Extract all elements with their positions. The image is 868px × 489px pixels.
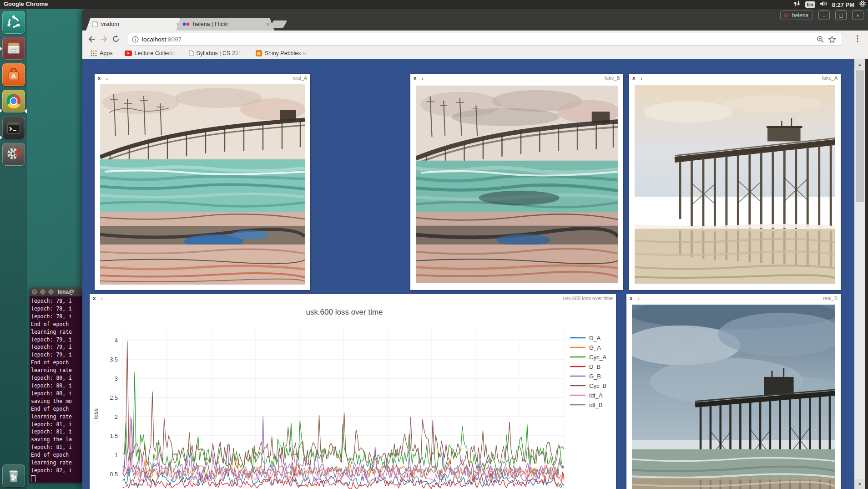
terminal-close-button[interactable]: ✕ (31, 289, 38, 295)
launcher-icon-trash[interactable] (2, 464, 25, 487)
tab-close-icon[interactable]: × (266, 21, 270, 28)
launcher-icon-system-settings[interactable] (2, 143, 25, 166)
y-tick-label: 1.5 (110, 433, 118, 439)
bookmark-item[interactable]: Syllabus | CS 231N (189, 50, 244, 56)
panel-close-button[interactable]: x (414, 75, 416, 81)
terminal-maximize-button[interactable]: ▫ (48, 289, 54, 295)
terminal-line: saving the mo (31, 397, 81, 405)
scrollbar-up-arrow[interactable]: ▲ (854, 59, 865, 69)
bookmark-star-icon[interactable] (826, 33, 838, 45)
terminal-output[interactable]: (epoch: 78, i(epoch: 78, i(epoch: 78, iE… (30, 296, 82, 483)
panel-close-button[interactable]: x (93, 295, 96, 301)
zoom-indicator-icon[interactable] (814, 33, 826, 45)
bookmarks-bar: Apps Lecture Collectio Syllabus | CS 231… (82, 47, 868, 59)
network-updown-icon[interactable] (793, 0, 801, 9)
launcher-icon-terminal[interactable] (2, 117, 25, 139)
legend-label-G_B[interactable]: G_B (589, 373, 601, 380)
panel-download-button[interactable]: ↓ (101, 295, 103, 301)
ubuntu-logo-icon (6, 15, 21, 30)
clock[interactable]: 8:27 PM (832, 1, 854, 8)
blogger-icon: B (256, 50, 262, 56)
fake-B-image (416, 84, 618, 285)
generated-bridge-painting (416, 84, 618, 285)
scrollbar-thumb[interactable] (856, 70, 864, 202)
browser-toolbar: localhost:8097 (82, 31, 868, 47)
chrome-window: helena – ▢ × visdom × helena | Flickr × (82, 9, 868, 489)
legend-label-idt_B[interactable]: idt_B (589, 402, 603, 408)
terminal-line: learning rate (31, 328, 81, 336)
legend-label-Cyc_B[interactable]: Cyc_B (589, 382, 606, 389)
svg-text:A: A (11, 72, 16, 80)
bookmark-item[interactable]: Lecture Collectio (125, 50, 177, 56)
legend-label-idt_A[interactable]: idt_A (589, 392, 603, 399)
terminal-line: (epoch: 81, i (31, 421, 81, 428)
launcher-icon-dash[interactable] (2, 11, 25, 34)
y-tick-label: 1 (115, 452, 118, 458)
generated-pier-photo (635, 84, 835, 285)
page-favicon-icon (92, 21, 98, 27)
bookmark-item[interactable]: B Shiny Pebbles an (256, 50, 309, 56)
session-gear-icon[interactable] (859, 0, 866, 9)
panel-download-button[interactable]: ↓ (421, 75, 424, 81)
tab-flickr[interactable]: helena | Flickr × (176, 18, 274, 31)
forward-arrow-icon (100, 36, 108, 43)
flickr-favicon-icon (182, 22, 190, 26)
terminal-line: learning rate (31, 413, 81, 421)
page-icon (189, 50, 194, 56)
terminal-line: End of epoch (31, 451, 81, 459)
loss-line-chart[interactable]: 0.511.522.533.54D_AG_ACyc_AD_BG_BCyc_Bid… (90, 294, 616, 489)
panel-close-button[interactable]: x (630, 295, 632, 301)
legend-label-G_A[interactable]: G_A (589, 344, 601, 351)
back-button[interactable] (86, 33, 98, 45)
y-tick-label: 2 (115, 414, 118, 420)
svg-text:B: B (257, 51, 260, 56)
terminal-line: (epoch: 79, i (31, 351, 81, 359)
panel-close-button[interactable]: x (98, 75, 101, 81)
page-info-icon[interactable] (132, 36, 139, 43)
browser-menu-button[interactable] (852, 33, 863, 45)
terminal-titlebar[interactable]: ✕ – ▫ lena@ (30, 287, 82, 296)
panel-download-button[interactable]: ↓ (640, 75, 643, 81)
terminal-window: ✕ – ▫ lena@ (epoch: 78, i(epoch: 78, i(e… (30, 287, 82, 482)
youtube-icon (125, 51, 132, 56)
url-text[interactable]: localhost:8097 (142, 36, 814, 43)
keyboard-layout-indicator[interactable]: En (805, 1, 815, 8)
bookmark-label: Syllabus | CS 231N (197, 50, 244, 56)
y-tick-label: 3.5 (110, 357, 118, 363)
terminal-line: learning rate (31, 367, 81, 374)
panel-close-button[interactable]: x (632, 75, 635, 81)
volume-icon[interactable] (820, 0, 828, 9)
apps-shortcut[interactable]: Apps (91, 50, 113, 56)
panel-title: fake_B (605, 75, 620, 81)
new-tab-button[interactable] (270, 20, 288, 28)
launcher-icon-chrome[interactable] (2, 90, 25, 112)
reload-button[interactable] (110, 33, 121, 45)
launcher-icon-files[interactable] (2, 37, 25, 60)
legend-label-D_A[interactable]: D_A (589, 335, 601, 341)
terminal-line: (epoch: 81, i (31, 443, 81, 451)
launcher-icon-software[interactable]: A (2, 63, 25, 86)
system-tray: En 8:27 PM (793, 0, 866, 9)
panel-download-button[interactable]: ↓ (106, 75, 108, 81)
panel-real-A: x ↓ real_A (95, 74, 310, 290)
terminal-line: saving the la (31, 436, 81, 443)
three-dots-icon (857, 35, 858, 42)
software-center-icon: A (6, 67, 21, 82)
legend-label-D_B[interactable]: D_B (589, 363, 601, 370)
terminal-minimize-button[interactable]: – (40, 289, 46, 295)
visdom-page: x ↓ real_A (82, 59, 854, 489)
tab-visdom[interactable]: visdom × (86, 18, 184, 31)
legend-label-Cyc_A[interactable]: Cyc_A (589, 354, 607, 361)
address-bar[interactable]: localhost:8097 (128, 33, 842, 46)
page-scrollbar[interactable]: ▲ ▼ (854, 59, 865, 489)
forward-button[interactable] (98, 33, 110, 45)
file-manager-icon (5, 40, 22, 56)
scrollbar-down-arrow[interactable]: ▼ (854, 479, 865, 489)
panel-download-button[interactable]: ↓ (637, 295, 640, 301)
panel-header: x ↓ fake_B (410, 74, 623, 82)
focused-app-title: Google Chrome (4, 0, 48, 7)
tab-title: visdom (101, 21, 172, 27)
unity-launcher: A (0, 9, 27, 489)
panel-fake-A: x ↓ fake_A (629, 74, 841, 290)
profile-avatar-icon (784, 13, 790, 18)
